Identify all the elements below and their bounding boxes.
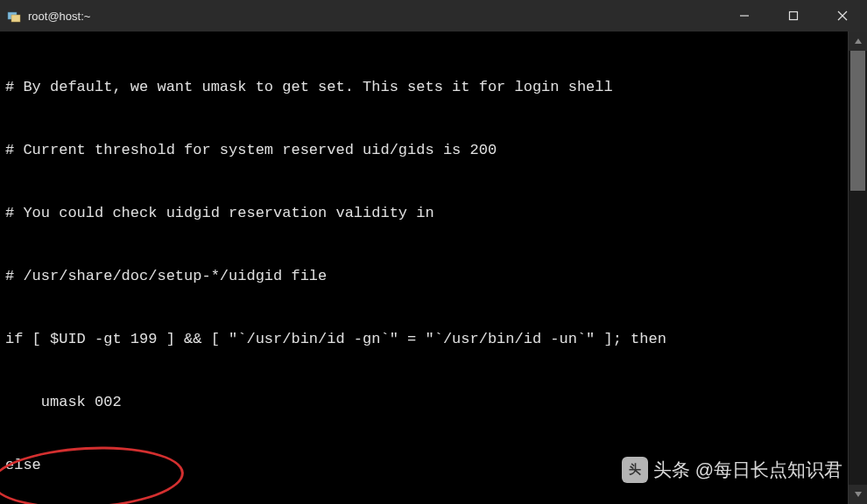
close-button[interactable] [818,0,867,32]
scroll-thumb[interactable] [850,51,865,191]
terminal-line: # You could check uidgid reservation val… [5,203,842,224]
window-controls [720,0,867,32]
app-icon [7,9,21,23]
window-titlebar: root@host:~ [0,0,867,32]
terminal-line: # /usr/share/doc/setup-*/uidgid file [5,266,842,287]
terminal-line: umask 002 [5,392,842,413]
svg-rect-1 [11,15,20,22]
svg-rect-3 [790,12,798,20]
terminal-container: # By default, we want umask to get set. … [0,32,867,504]
scroll-down-button[interactable] [849,485,867,504]
window-title: root@host:~ [28,10,720,23]
scroll-up-button[interactable] [849,32,867,51]
scroll-track[interactable] [849,51,867,485]
terminal-line: # By default, we want umask to get set. … [5,77,842,98]
terminal-line: else [5,455,842,476]
vertical-scrollbar[interactable] [848,32,867,504]
terminal-line: # Current threshold for system reserved … [5,140,842,161]
terminal-output[interactable]: # By default, we want umask to get set. … [0,32,848,504]
terminal-line: if [ $UID -gt 199 ] && [ "`/usr/bin/id -… [5,329,842,350]
svg-marker-7 [855,492,862,497]
svg-marker-6 [855,38,862,44]
maximize-button[interactable] [769,0,818,32]
minimize-button[interactable] [720,0,769,32]
